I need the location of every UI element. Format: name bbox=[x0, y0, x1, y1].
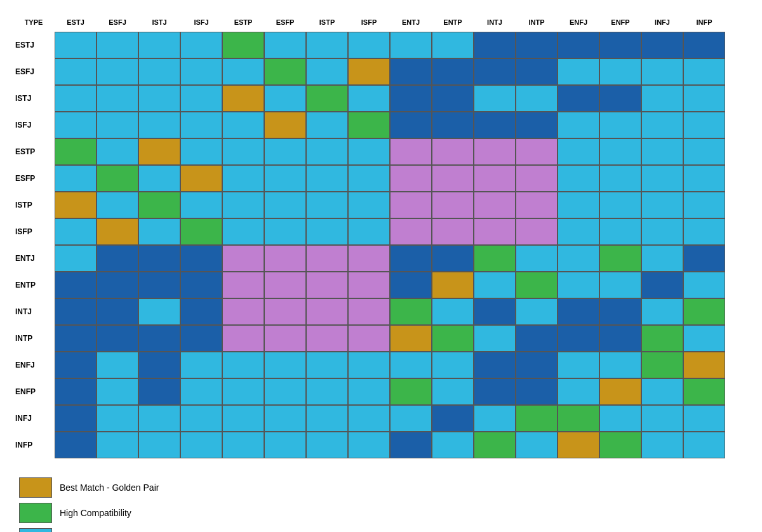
legend-box-gold bbox=[19, 477, 52, 498]
cell-ISTJ-ISTP bbox=[306, 85, 348, 112]
cell-ESFP-ISFP bbox=[348, 165, 390, 192]
cell-INTP-ISFJ bbox=[180, 325, 222, 352]
cell-ESFP-ESFP bbox=[264, 165, 306, 192]
cell-ENFJ-INTJ bbox=[474, 352, 516, 378]
cell-ENTJ-ENFP bbox=[599, 245, 641, 272]
cell-ESTP-ESFJ bbox=[97, 138, 138, 165]
col-header-ENFP: ENFP bbox=[599, 13, 641, 32]
cell-ESTP-ENFJ bbox=[558, 138, 599, 165]
cell-INFJ-ESTP bbox=[222, 405, 264, 432]
row-label-ESFP: ESFP bbox=[13, 165, 55, 192]
cell-ESTP-ISTP bbox=[306, 138, 348, 165]
cell-ENTJ-ISTP bbox=[306, 245, 348, 272]
cell-ESFJ-ISTJ bbox=[138, 58, 180, 85]
cell-ENFJ-ESTP bbox=[222, 352, 264, 378]
table-row: ISFJ bbox=[13, 112, 725, 138]
cell-ENFP-ISTP bbox=[306, 378, 348, 405]
cell-ESTP-ESFP bbox=[264, 138, 306, 165]
cell-ESFJ-ENFJ bbox=[558, 58, 599, 85]
cell-INTP-ESFJ bbox=[97, 325, 138, 352]
cell-INFJ-ENTP bbox=[432, 405, 474, 432]
cell-ESTJ-INTP bbox=[516, 32, 558, 58]
col-header-ESFJ: ESFJ bbox=[97, 13, 138, 32]
cell-ISTP-INTP bbox=[516, 192, 558, 218]
cell-ESTP-INTP bbox=[516, 138, 558, 165]
table-row: ESFP bbox=[13, 165, 725, 192]
cell-ENTJ-ESTJ bbox=[55, 245, 97, 272]
cell-ENFP-INFP bbox=[683, 378, 725, 405]
cell-ESTP-ENTP bbox=[432, 138, 474, 165]
col-header-ESTP: ESTP bbox=[222, 13, 264, 32]
cell-ESTJ-ENTP bbox=[432, 32, 474, 58]
cell-ENFP-ENTP bbox=[432, 378, 474, 405]
cell-ISTP-INFP bbox=[683, 192, 725, 218]
cell-INTP-INTP bbox=[516, 325, 558, 352]
cell-INTJ-ESTP bbox=[222, 298, 264, 325]
cell-ISTJ-INTP bbox=[516, 85, 558, 112]
header-row: TYPEESTJESFJISTJISFJESTPESFPISTPISFPENTJ… bbox=[13, 13, 725, 32]
cell-ISFJ-ENTP bbox=[432, 112, 474, 138]
cell-ESTP-ISTJ bbox=[138, 138, 180, 165]
cell-ISFP-INFJ bbox=[641, 218, 683, 245]
cell-ENTP-ESTP bbox=[222, 272, 264, 298]
cell-INTJ-INFP bbox=[683, 298, 725, 325]
cell-ISFJ-ENFJ bbox=[558, 112, 599, 138]
cell-ESFJ-ENFP bbox=[599, 58, 641, 85]
cell-ENFP-ESTP bbox=[222, 378, 264, 405]
cell-INTJ-ENFP bbox=[599, 298, 641, 325]
cell-INTJ-ISFJ bbox=[180, 298, 222, 325]
cell-ENFP-ESFP bbox=[264, 378, 306, 405]
cell-ENTJ-ENTJ bbox=[390, 245, 432, 272]
cell-INFJ-ENTJ bbox=[390, 405, 432, 432]
cell-ESFP-INFP bbox=[683, 165, 725, 192]
col-header-ENTJ: ENTJ bbox=[390, 13, 432, 32]
cell-ISFP-INTP bbox=[516, 218, 558, 245]
cell-ISFP-ESFJ bbox=[97, 218, 138, 245]
col-header-ENFJ: ENFJ bbox=[558, 13, 599, 32]
cell-ESTJ-INFJ bbox=[641, 32, 683, 58]
cell-ENTJ-ENTP bbox=[432, 245, 474, 272]
cell-INTP-ESTJ bbox=[55, 325, 97, 352]
row-label-ESTJ: ESTJ bbox=[13, 32, 55, 58]
cell-ISFP-ISFP bbox=[348, 218, 390, 245]
cell-ISFP-INTJ bbox=[474, 218, 516, 245]
col-header-ESFP: ESFP bbox=[264, 13, 306, 32]
cell-INTJ-ESFJ bbox=[97, 298, 138, 325]
cell-ISTJ-ESFP bbox=[264, 85, 306, 112]
cell-INFJ-ISTJ bbox=[138, 405, 180, 432]
cell-ESFJ-INFP bbox=[683, 58, 725, 85]
cell-ESFP-ENFJ bbox=[558, 165, 599, 192]
row-label-ENTP: ENTP bbox=[13, 272, 55, 298]
cell-INFP-ISTJ bbox=[138, 432, 180, 458]
cell-INTP-ESFP bbox=[264, 325, 306, 352]
cell-ISTJ-INTJ bbox=[474, 85, 516, 112]
cell-INTP-ENTP bbox=[432, 325, 474, 352]
cell-ENFP-ISFJ bbox=[180, 378, 222, 405]
cell-ENTJ-ISFJ bbox=[180, 245, 222, 272]
cell-ESFP-ESTJ bbox=[55, 165, 97, 192]
cell-ESTP-INFJ bbox=[641, 138, 683, 165]
cell-ENTJ-ESFP bbox=[264, 245, 306, 272]
cell-INFJ-ISTP bbox=[306, 405, 348, 432]
cell-ISTP-ESFP bbox=[264, 192, 306, 218]
cell-ENTP-ESFP bbox=[264, 272, 306, 298]
cell-ISTP-ESTP bbox=[222, 192, 264, 218]
table-row: ISTP bbox=[13, 192, 725, 218]
cell-ENFJ-ESFP bbox=[264, 352, 306, 378]
cell-ENFJ-INTP bbox=[516, 352, 558, 378]
cell-ESTJ-ISTJ bbox=[138, 32, 180, 58]
cell-ISFP-ENTJ bbox=[390, 218, 432, 245]
cell-ISFJ-ENFP bbox=[599, 112, 641, 138]
legend-box-green bbox=[19, 503, 52, 523]
cell-ISTP-ENTP bbox=[432, 192, 474, 218]
cell-ESFP-INTJ bbox=[474, 165, 516, 192]
cell-ESTP-ENFP bbox=[599, 138, 641, 165]
cell-INTP-INFP bbox=[683, 325, 725, 352]
cell-INTP-ENFJ bbox=[558, 325, 599, 352]
cell-ISTP-ISFP bbox=[348, 192, 390, 218]
cell-ENTP-ISFP bbox=[348, 272, 390, 298]
cell-INTP-ENFP bbox=[599, 325, 641, 352]
cell-INTJ-INFJ bbox=[641, 298, 683, 325]
cell-ISFP-ISFJ bbox=[180, 218, 222, 245]
cell-ENTJ-INTJ bbox=[474, 245, 516, 272]
